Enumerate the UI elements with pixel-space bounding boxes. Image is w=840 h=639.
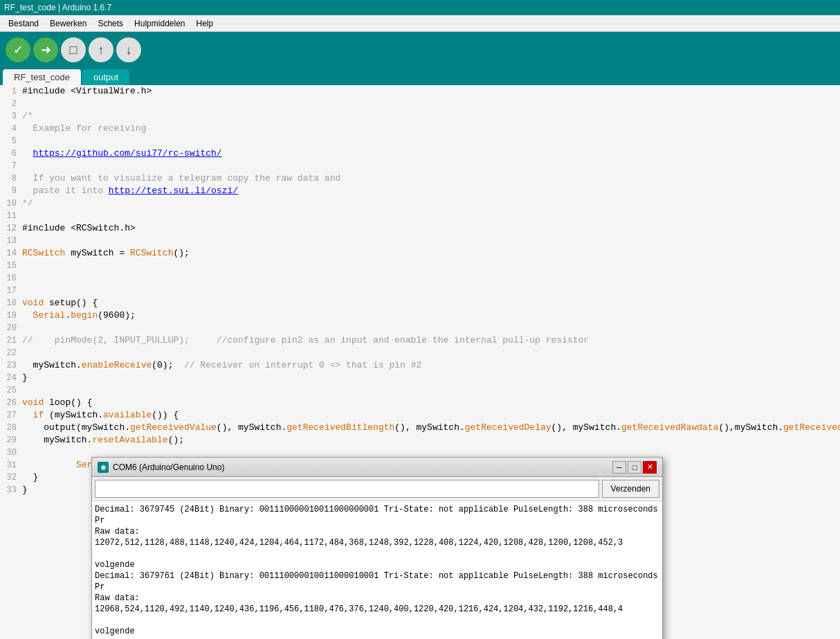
line-number: 33 (0, 484, 22, 496)
code-line: 10*/ (0, 197, 840, 210)
tab-output[interactable]: output (82, 69, 129, 85)
line-content: RCSwitch mySwitch = RCSwitch(); (22, 247, 840, 260)
menu-schets[interactable]: Schets (92, 17, 129, 30)
line-content: */ (22, 197, 840, 210)
serial-output-line (95, 615, 659, 626)
line-number: 14 (0, 247, 22, 260)
line-number: 16 (0, 272, 22, 285)
code-line: 7 (0, 160, 840, 172)
line-number: 10 (0, 197, 22, 210)
line-number: 20 (0, 322, 22, 334)
code-line: 22 (0, 347, 840, 359)
line-content (22, 285, 840, 297)
code-line: 25 (0, 384, 840, 397)
code-line: 19 Serial.begin(9600); (0, 309, 840, 322)
line-number: 9 (0, 185, 22, 197)
serial-output-line: Decimal: 3679745 (24Bit) Binary: 0011100… (95, 504, 659, 526)
line-number: 12 (0, 222, 22, 235)
verify-button[interactable]: ✓ (6, 37, 30, 62)
code-line: 3/* (0, 110, 840, 123)
line-number: 19 (0, 309, 22, 322)
code-line: 26void loop() { (0, 397, 840, 409)
code-line: 24} (0, 372, 840, 384)
tab-rf-test-code[interactable]: RF_test_code (3, 69, 81, 85)
line-number: 2 (0, 98, 22, 110)
line-number: 8 (0, 172, 22, 185)
window-controls: ─ □ ✕ (611, 461, 657, 474)
serial-output-line: volgende (95, 626, 659, 637)
code-line: 2 (0, 98, 840, 110)
open-button[interactable]: ↑ (89, 37, 113, 62)
code-line: 28 output(mySwitch.getReceivedValue(), m… (0, 422, 840, 434)
line-number: 28 (0, 422, 22, 434)
serial-output-line: Decimal: 3679761 (24Bit) Binary: 0011100… (95, 570, 659, 593)
upload-button[interactable]: ➜ (33, 37, 58, 62)
line-content: void setup() { (22, 297, 840, 309)
serial-input-row: Verzenden (92, 477, 662, 501)
minimize-button[interactable]: ─ (612, 461, 626, 474)
code-line: 11 (0, 210, 840, 222)
line-number: 3 (0, 110, 22, 123)
menu-bewerken[interactable]: Bewerken (44, 17, 92, 30)
line-number: 29 (0, 434, 22, 447)
code-line: 12#include <RCSwitch.h> (0, 222, 840, 235)
line-content (22, 160, 840, 172)
serial-output-line: Raw data: 12072,512,1128,488,1148,1240,4… (95, 526, 659, 548)
line-content: If you want to visualize a telegram copy… (22, 172, 840, 185)
menu-help[interactable]: Help (191, 17, 219, 30)
line-number: 15 (0, 260, 22, 272)
line-content: } (22, 372, 840, 384)
code-line: 15 (0, 260, 840, 272)
line-number: 17 (0, 285, 22, 297)
line-number: 27 (0, 409, 22, 422)
close-button[interactable]: ✕ (643, 461, 657, 474)
toolbar: ✓ ➜ □ ↑ ↓ (0, 32, 840, 68)
line-content: #include <VirtualWire.h> (22, 85, 840, 98)
line-content (22, 98, 840, 110)
menu-hulpmiddelen[interactable]: Hulpmiddelen (129, 17, 190, 30)
code-line: 5 (0, 135, 840, 147)
line-content (22, 210, 840, 222)
line-content: Example for receiving (22, 123, 840, 135)
title-bar: RF_test_code | Arduino 1.6.7 (0, 0, 840, 15)
line-number: 13 (0, 235, 22, 247)
maximize-button[interactable]: □ (628, 461, 641, 474)
line-number: 1 (0, 85, 22, 98)
serial-output[interactable]: Decimal: 3679745 (24Bit) Binary: 0011100… (92, 501, 662, 638)
code-line: 16 (0, 272, 840, 285)
line-content (22, 322, 840, 334)
new-button[interactable]: □ (61, 37, 86, 62)
line-content (22, 347, 840, 359)
line-number: 7 (0, 160, 22, 172)
line-content: void loop() { (22, 397, 840, 409)
line-number: 25 (0, 384, 22, 397)
serial-output-line (95, 548, 659, 559)
code-line: 13 (0, 235, 840, 247)
line-number: 31 (0, 459, 22, 471)
title-bar-text: RF_test_code | Arduino 1.6.7 (4, 3, 111, 12)
menu-bestand[interactable]: Bestand (3, 17, 44, 30)
line-content: paste it into http://test.sui.li/oszi/ (22, 185, 840, 197)
line-number: 6 (0, 147, 22, 160)
code-line: 8 If you want to visualize a telegram co… (0, 172, 840, 185)
serial-monitor-titlebar: ◉ COM6 (Arduino/Genuino Uno) ─ □ ✕ (92, 458, 662, 477)
line-number: 26 (0, 397, 22, 409)
line-content (22, 260, 840, 272)
code-line: 23 mySwitch.enableReceive(0); // Receive… (0, 359, 840, 372)
line-content: Serial.begin(9600); (22, 309, 840, 322)
line-content: #include <RCSwitch.h> (22, 222, 840, 235)
line-content (22, 384, 840, 397)
verzenden-button[interactable]: Verzenden (602, 480, 659, 498)
save-button[interactable]: ↓ (116, 37, 141, 62)
serial-monitor-title: COM6 (Arduino/Genuino Uno) (113, 462, 224, 472)
serial-output-line: volgende (95, 559, 659, 570)
line-number: 22 (0, 347, 22, 359)
line-content (22, 135, 840, 147)
menu-bar: Bestand Bewerken Schets Hulpmiddelen Hel… (0, 15, 840, 32)
line-content: mySwitch.enableReceive(0); // Receiver o… (22, 359, 840, 372)
serial-input[interactable] (95, 480, 599, 498)
serial-monitor-icon: ◉ (98, 462, 109, 473)
line-number: 11 (0, 210, 22, 222)
serial-output-line: Raw data: 12068,524,1120,492,1140,1240,4… (95, 593, 659, 615)
line-number: 24 (0, 372, 22, 384)
